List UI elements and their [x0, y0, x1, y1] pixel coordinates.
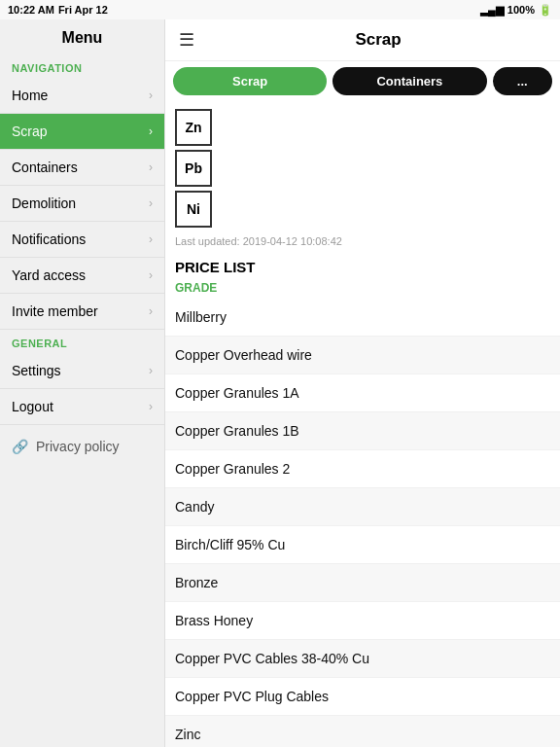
sidebar-item-containers[interactable]: Containers › [0, 150, 164, 186]
list-item[interactable]: Bronze [165, 564, 560, 602]
link-icon: 🔗 [12, 439, 28, 454]
element-badge-pb: Pb [175, 150, 212, 187]
list-item[interactable]: Millberry [165, 299, 560, 337]
chevron-right-icon: › [149, 160, 153, 174]
hamburger-icon[interactable]: ☰ [175, 27, 198, 53]
sidebar-item-yard-access-label: Yard access [12, 267, 86, 283]
chevron-right-icon: › [149, 364, 153, 377]
list-item[interactable]: Zinc [165, 716, 560, 747]
list-item[interactable]: Copper PVC Cables 38-40% Cu [165, 640, 560, 678]
chevron-right-icon: › [149, 304, 153, 318]
sidebar-item-demolition-label: Demolition [12, 196, 76, 211]
chevron-right-icon: › [149, 196, 153, 210]
tab-containers[interactable]: Containers [332, 67, 486, 95]
main-content: ☰ Scrap Scrap Containers ... Zn Pb Ni [165, 19, 560, 747]
sidebar-nav-label: NAVIGATION [0, 54, 164, 78]
chevron-right-icon: › [149, 89, 153, 102]
element-badge-ni: Ni [175, 191, 212, 228]
chevron-right-icon: › [149, 400, 153, 413]
sidebar-item-demolition[interactable]: Demolition › [0, 186, 164, 222]
sidebar-item-logout-label: Logout [12, 399, 53, 414]
sidebar-item-notifications[interactable]: Notifications › [0, 222, 164, 258]
sidebar-item-invite-member-label: Invite member [12, 303, 98, 319]
grade-label: GRADE [165, 277, 560, 299]
page-title: Scrap [206, 30, 550, 50]
top-bar: ☰ Scrap [165, 19, 560, 61]
sidebar-item-settings-label: Settings [12, 363, 61, 378]
tab-bar: Scrap Containers ... [165, 61, 560, 101]
list-item[interactable]: Copper Overhead wire [165, 337, 560, 374]
list-item[interactable]: Candy [165, 488, 560, 526]
list-item[interactable]: Copper Granules 1B [165, 412, 560, 450]
chevron-right-icon: › [149, 232, 153, 246]
sidebar-item-privacy-policy[interactable]: 🔗 Privacy policy [0, 425, 164, 468]
sidebar-item-scrap-label: Scrap [12, 124, 48, 139]
sidebar-privacy-label: Privacy policy [36, 439, 120, 454]
chevron-right-icon: › [149, 124, 153, 138]
chevron-right-icon: › [149, 268, 153, 282]
price-list-header: PRICE LIST [165, 253, 560, 277]
list-item[interactable]: Brass Honey [165, 602, 560, 640]
battery-icon: 🔋 [539, 4, 552, 17]
status-date: Fri Apr 12 [58, 4, 108, 16]
sidebar-item-containers-label: Containers [12, 160, 78, 175]
sidebar-item-settings[interactable]: Settings › [0, 353, 164, 389]
sidebar-item-home-label: Home [12, 88, 48, 103]
battery-status: 100% [508, 4, 535, 16]
status-time: 10:22 AM [8, 4, 54, 16]
element-badge-zn: Zn [175, 109, 212, 146]
last-updated: Last updated: 2019-04-12 10:08:42 [165, 231, 560, 253]
list-item[interactable]: Birch/Cliff 95% Cu [165, 526, 560, 564]
tab-more[interactable]: ... [493, 67, 552, 95]
sidebar-item-logout[interactable]: Logout › [0, 389, 164, 425]
sidebar-header: Menu [0, 19, 164, 54]
sidebar-item-home[interactable]: Home › [0, 78, 164, 114]
tab-scrap[interactable]: Scrap [173, 67, 327, 95]
price-list: MillberryCopper Overhead wireCopper Gran… [165, 299, 560, 747]
status-bar: 10:22 AM Fri Apr 12 ▂▄▆ 100% 🔋 [0, 0, 560, 19]
list-item[interactable]: Copper Granules 1A [165, 374, 560, 412]
list-item[interactable]: Copper PVC Plug Cables [165, 678, 560, 716]
sidebar-item-notifications-label: Notifications [12, 231, 86, 247]
sidebar-item-invite-member[interactable]: Invite member › [0, 294, 164, 330]
sidebar-general-label: GENERAL [0, 330, 164, 353]
sidebar-item-yard-access[interactable]: Yard access › [0, 258, 164, 294]
sidebar: Menu NAVIGATION Home › Scrap › Container… [0, 19, 165, 747]
list-item[interactable]: Copper Granules 2 [165, 450, 560, 488]
wifi-icon: ▂▄▆ [480, 4, 504, 17]
element-badges: Zn Pb Ni [165, 101, 560, 231]
sidebar-item-scrap[interactable]: Scrap › [0, 114, 164, 150]
